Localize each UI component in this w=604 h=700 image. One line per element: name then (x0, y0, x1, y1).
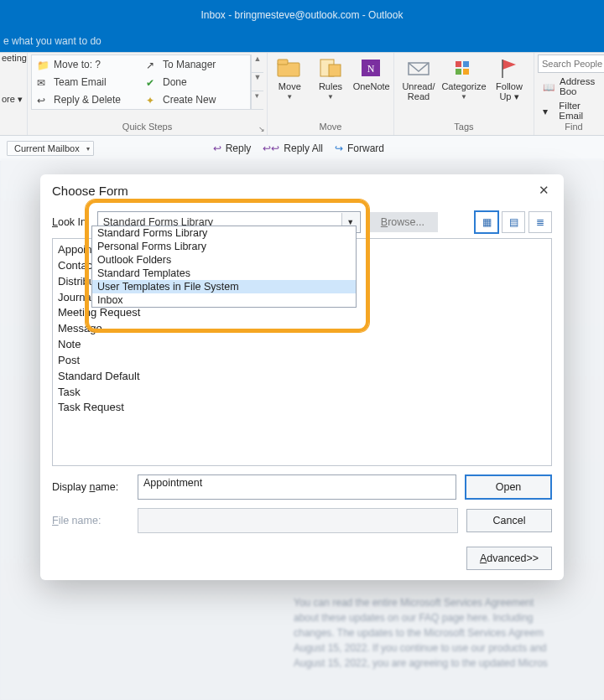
list-item[interactable]: Post (58, 353, 546, 369)
view-large-icons-button[interactable]: ▦ (475, 211, 498, 233)
view-small-icons-button[interactable]: ▤ (502, 211, 525, 233)
view-mode-buttons: ▦ ▤ ≣ (475, 211, 552, 233)
dropdown-option[interactable]: Standard Templates (92, 267, 356, 280)
open-button[interactable]: Open (465, 474, 552, 500)
dropdown-option[interactable]: Standard Forms Library (92, 226, 356, 240)
grid-small-icon: ▤ (509, 216, 518, 228)
dropdown-option[interactable]: Personal Forms Library (92, 240, 356, 253)
choose-form-dialog: Choose Form ✕ Look In: Standard Forms Li… (40, 174, 564, 580)
modal-overlay: Choose Form ✕ Look In: Standard Forms Li… (0, 0, 604, 700)
look-in-dropdown-list[interactable]: Standard Forms LibraryPersonal Forms Lib… (91, 226, 357, 308)
list-item[interactable]: Message (58, 321, 546, 337)
list-item[interactable]: Task Request (58, 400, 546, 416)
grid-large-icon: ▦ (482, 216, 492, 228)
look-in-label: Look In: (52, 216, 91, 228)
display-name-label: Display name: (52, 481, 129, 493)
close-button[interactable]: ✕ (535, 183, 552, 198)
file-name-label: File name: (52, 515, 129, 526)
list-item[interactable]: Note (58, 337, 546, 353)
list-item[interactable]: Standard Default (58, 369, 546, 385)
view-list-button[interactable]: ≣ (528, 211, 552, 233)
dropdown-option[interactable]: Outlook Folders (92, 253, 356, 267)
browse-button[interactable]: Browse... (367, 212, 438, 232)
file-name-input (138, 508, 458, 533)
display-name-input[interactable]: Appointment (138, 474, 456, 500)
cancel-button[interactable]: Cancel (466, 509, 552, 532)
list-item[interactable]: Meeting Request (58, 305, 546, 321)
list-item[interactable]: Task (58, 385, 546, 401)
list-icon: ≣ (536, 216, 544, 228)
advanced-button[interactable]: Advanced>> (466, 547, 552, 570)
dropdown-option[interactable]: User Templates in File System (92, 280, 356, 293)
dialog-title: Choose Form (52, 184, 128, 198)
dropdown-option[interactable]: Inbox (92, 293, 356, 307)
